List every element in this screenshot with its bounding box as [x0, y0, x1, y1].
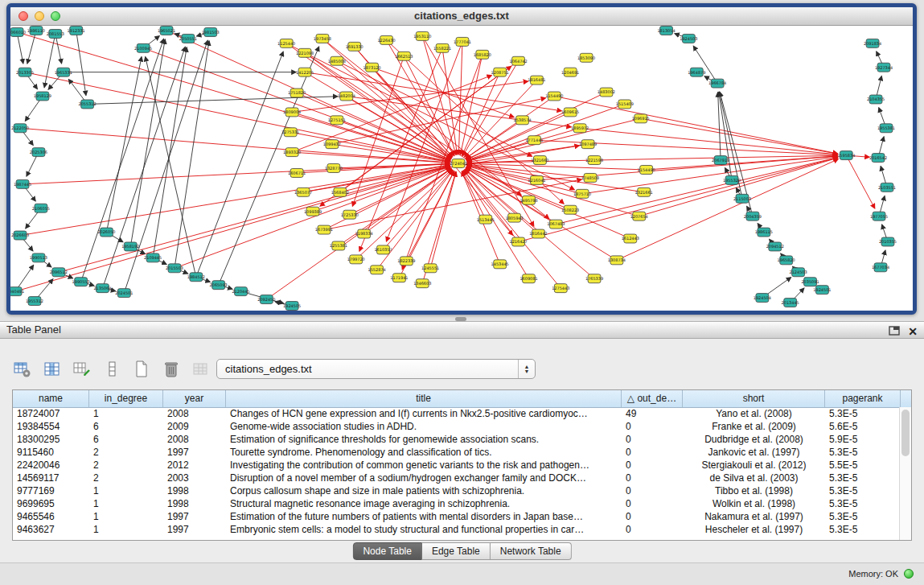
- graph-node[interactable]: 2092450: [257, 295, 275, 304]
- graph-node[interactable]: 1412205: [296, 68, 314, 76]
- float-panel-icon[interactable]: [889, 324, 900, 339]
- graph-node[interactable]: 2010355: [879, 237, 897, 246]
- graph-node[interactable]: 1853090: [577, 53, 595, 62]
- graph-node[interactable]: 1207654: [630, 212, 648, 220]
- graph-node[interactable]: 1965021: [158, 26, 175, 35]
- graph-node[interactable]: 1538574: [513, 116, 531, 125]
- graph-node[interactable]: 1924503: [680, 34, 697, 43]
- graph-node[interactable]: 2103551: [878, 183, 896, 192]
- graph-node[interactable]: 1515409: [616, 100, 634, 109]
- graph-node[interactable]: 1977055: [870, 212, 888, 220]
- graph-node[interactable]: 1067483: [547, 220, 565, 229]
- graph-node[interactable]: 1568402: [331, 187, 349, 196]
- graph-node[interactable]: 1495798: [519, 196, 537, 204]
- graph-node[interactable]: 1986115: [755, 228, 773, 237]
- graph-node[interactable]: 1154490: [638, 166, 655, 175]
- graph-node[interactable]: 2106055: [32, 204, 50, 212]
- graph-node[interactable]: 1346603: [413, 279, 431, 288]
- graph-node[interactable]: 2135064: [93, 284, 111, 293]
- graph-node[interactable]: 1226430: [377, 35, 395, 44]
- graph-node[interactable]: 1513445: [477, 215, 495, 224]
- graph-node[interactable]: 1321660: [531, 156, 548, 165]
- graph-node[interactable]: 1612443: [622, 234, 639, 243]
- close-window-button[interactable]: [18, 11, 28, 21]
- graph-node[interactable]: 1984512: [187, 273, 205, 282]
- graph-node[interactable]: 1221098: [296, 48, 314, 57]
- graph-node[interactable]: 1924504: [754, 294, 771, 303]
- graph-node[interactable]: 2067919: [712, 156, 729, 165]
- graph-node[interactable]: 1662513: [395, 51, 413, 60]
- graph-node[interactable]: 2026603: [11, 231, 29, 240]
- graph-node[interactable]: 1964879: [688, 68, 705, 76]
- graph-node[interactable]: 1966784: [708, 79, 726, 88]
- column-header-title[interactable]: title: [226, 390, 622, 407]
- table-row[interactable]: 2242004622012Investigating the contribut…: [13, 459, 900, 472]
- graph-node[interactable]: 1981503: [202, 27, 220, 36]
- graph-node[interactable]: 1685820: [474, 50, 491, 59]
- graph-node[interactable]: 1453445: [491, 260, 509, 269]
- graph-node[interactable]: 1958129: [34, 92, 51, 101]
- column-header-pagerank[interactable]: pagerank: [825, 390, 901, 407]
- graph-node[interactable]: 1958192: [121, 242, 139, 251]
- graph-node[interactable]: 1987445: [14, 179, 31, 188]
- graph-node[interactable]: 1208751: [491, 68, 509, 76]
- graph-node[interactable]: 1965820: [778, 256, 795, 265]
- graph-node[interactable]: 1216427: [510, 237, 528, 246]
- column-header-year[interactable]: year: [163, 390, 226, 407]
- graph-node[interactable]: 1609081: [519, 274, 537, 283]
- graph-node[interactable]: 1955312: [26, 297, 43, 306]
- graph-node[interactable]: 1365077: [294, 187, 312, 196]
- table-row[interactable]: 1872400712008Changes of HCN gene express…: [13, 407, 900, 420]
- graph-node[interactable]: 1485008: [328, 56, 346, 65]
- graph-node[interactable]: 1198334: [355, 229, 373, 238]
- graph-node[interactable]: 1483002: [598, 88, 615, 97]
- table-scrollbar[interactable]: [899, 407, 911, 540]
- table-row[interactable]: 1830029562008Estimation of significance …: [13, 433, 900, 446]
- graph-node[interactable]: 1953110: [413, 31, 431, 40]
- graph-node[interactable]: 1482004: [338, 92, 355, 101]
- graph-node[interactable]: 2024501: [115, 289, 133, 298]
- graph-node[interactable]: 1552874: [368, 266, 385, 274]
- graph-node[interactable]: 1809004: [283, 108, 301, 117]
- table-row[interactable]: 911546021997Tourette syndrome. Phenomeno…: [13, 446, 900, 459]
- column-select-icon[interactable]: [41, 358, 64, 381]
- table-edit-icon[interactable]: [71, 358, 93, 381]
- graph-node[interactable]: 2122050: [11, 124, 29, 133]
- graph-node[interactable]: 1245551: [421, 264, 439, 273]
- graph-node[interactable]: 1893320: [283, 148, 301, 157]
- column-header-in_degree[interactable]: in_degree: [89, 390, 163, 407]
- window-titlebar[interactable]: citations_edges.txt: [10, 7, 913, 26]
- graph-node[interactable]: 1154490: [545, 92, 563, 101]
- table-row[interactable]: 946362711997Embryonic stem cells: a mode…: [13, 523, 900, 536]
- graph-node[interactable]: 1816442: [529, 229, 547, 238]
- graph-node[interactable]: 2055312: [79, 100, 97, 109]
- graph-node[interactable]: 1751820: [288, 89, 306, 97]
- graph-node[interactable]: 1724041: [450, 159, 467, 168]
- graph-node[interactable]: 2100945: [134, 43, 152, 52]
- column-header-short[interactable]: short: [683, 390, 825, 407]
- graph-node[interactable]: 2050551: [179, 34, 197, 43]
- graph-node[interactable]: 2013445: [782, 299, 799, 307]
- graph-node[interactable]: 1099437: [323, 140, 341, 149]
- graph-node[interactable]: 1321661: [635, 187, 653, 196]
- graph-node[interactable]: 1771441: [525, 136, 543, 145]
- tab-edge-table[interactable]: Edge Table: [422, 542, 491, 560]
- graph-node[interactable]: 2025306: [30, 148, 47, 157]
- tab-network-table[interactable]: Network Table: [491, 542, 572, 560]
- graph-node[interactable]: 1275331: [281, 128, 299, 137]
- graph-node[interactable]: 1096915: [632, 114, 650, 123]
- graph-node[interactable]: 1924505: [283, 302, 301, 311]
- row-view-icon[interactable]: [101, 358, 123, 381]
- graph-node[interactable]: 1990553: [72, 278, 90, 286]
- graph-node[interactable]: 1725330: [341, 210, 359, 219]
- graph-node[interactable]: 1508223: [561, 205, 579, 214]
- graph-node[interactable]: 1255381: [330, 241, 347, 250]
- zoom-window-button[interactable]: [51, 11, 60, 21]
- graph-node[interactable]: 1912331: [68, 26, 85, 35]
- graph-node[interactable]: 2109445: [144, 253, 162, 262]
- network-canvas[interactable]: 1724041112544012210981973458148500816913…: [10, 26, 905, 311]
- graph-node[interactable]: 1609615: [561, 108, 579, 117]
- graph-node[interactable]: 1873120: [363, 63, 381, 72]
- graph-node[interactable]: 1606711: [288, 168, 306, 177]
- graph-node[interactable]: 2096512: [50, 268, 68, 277]
